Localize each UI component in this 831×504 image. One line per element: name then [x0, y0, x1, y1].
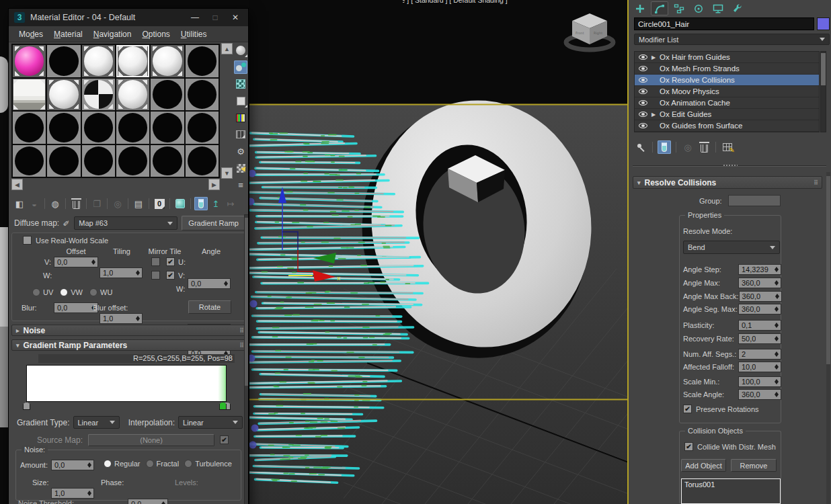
sample-slot[interactable]	[151, 45, 184, 77]
sample-slot[interactable]	[13, 79, 46, 111]
group-field[interactable]	[728, 195, 781, 206]
sample-slot[interactable]	[13, 45, 46, 77]
param-spinner[interactable]: 0,1	[738, 320, 781, 331]
visibility-eye-icon[interactable]	[639, 89, 647, 94]
param-spinner[interactable]: 360,0	[739, 291, 782, 302]
modifier-stack-row[interactable]: Ox Mesh From Strands	[635, 63, 819, 75]
sample-slot[interactable]	[82, 45, 115, 77]
tile-w-checkbox[interactable]	[166, 271, 175, 280]
material-id-channel-button[interactable]: 0	[153, 197, 166, 210]
sample-slot[interactable]	[116, 112, 149, 144]
visibility-eye-icon[interactable]	[639, 123, 647, 128]
interpolation-dropdown[interactable]: Linear	[178, 416, 243, 429]
remove-modifier-button[interactable]	[697, 140, 711, 154]
tab-modify[interactable]	[651, 1, 668, 15]
noise-phase-spinner[interactable]: 0,0	[128, 499, 168, 504]
sample-slot[interactable]	[116, 145, 149, 177]
make-unique-button[interactable]: ◎	[681, 140, 695, 154]
param-spinner[interactable]: 10,0	[738, 362, 781, 372]
tile-v-checkbox[interactable]	[166, 257, 175, 266]
configure-modifier-sets-button[interactable]	[721, 140, 734, 154]
sample-slot[interactable]	[186, 145, 219, 177]
pin-stack-button[interactable]	[634, 140, 647, 154]
viewport-label[interactable]: [ + ] [ Perspective ] [ Standard ] [ Def…	[403, 0, 524, 5]
use-real-world-scale-checkbox[interactable]	[23, 236, 32, 245]
param-spinner[interactable]: 360,0	[738, 304, 781, 314]
mapping-uv[interactable]: UV	[32, 288, 53, 296]
material-editor-window[interactable]: 3 Material Editor - 04 - Default — □ ✕ M…	[8, 8, 249, 504]
maximize-button[interactable]: □	[208, 11, 223, 24]
param-spinner[interactable]: 360,0	[738, 278, 781, 288]
use-real-world-scale[interactable]: Use Real-World Scale	[23, 236, 108, 245]
make-preview-button[interactable]	[234, 128, 247, 141]
me-params-scrollbar[interactable]	[244, 214, 249, 504]
noise-size-spinner[interactable]: 1,0	[51, 488, 94, 499]
modifier-stack-row[interactable]: Ox Animation Cache	[635, 97, 819, 109]
noise-type-radio[interactable]	[184, 460, 192, 468]
modifier-list-dropdown[interactable]: Modifier List	[634, 34, 830, 45]
video-color-check-button[interactable]	[234, 111, 247, 124]
object-color-swatch[interactable]	[817, 17, 830, 30]
gradient-flag[interactable]	[23, 402, 30, 410]
go-forward-to-sibling-button[interactable]: ↦	[224, 197, 237, 210]
go-to-parent-button[interactable]: ↥	[209, 197, 223, 210]
material-map-navigator-button[interactable]: ≡	[234, 178, 247, 192]
gradient-ramp-rollout-header[interactable]: ▾ Gradient Ramp Parameters ⠿	[11, 339, 248, 351]
param-spinner[interactable]: 14,3239	[738, 264, 781, 275]
sample-slot[interactable]	[186, 112, 219, 144]
eyedropper-icon[interactable]: ✎	[62, 220, 71, 226]
visibility-eye-icon[interactable]	[639, 66, 647, 71]
noise-type-radio[interactable]	[104, 460, 112, 468]
sample-slot[interactable]	[82, 79, 115, 111]
tiling-v-spinner[interactable]: 1,0	[100, 267, 143, 278]
tab-display[interactable]	[709, 1, 727, 15]
background-button[interactable]	[234, 77, 247, 91]
modifier-stack-row[interactable]: Ox Resolve Collisions	[635, 75, 819, 86]
collision-object-item[interactable]: Torus001	[682, 479, 780, 489]
rollout-scrollbar[interactable]	[826, 172, 830, 504]
tab-create[interactable]	[631, 1, 649, 15]
show-end-result-button[interactable]	[658, 140, 671, 154]
modifier-stack-row[interactable]: ▶Ox Edit Guides	[635, 109, 819, 120]
sample-slot[interactable]	[82, 112, 115, 144]
modifier-stack-row[interactable]: Ox Guides from Surface	[635, 120, 819, 132]
sample-slot[interactable]	[186, 79, 219, 111]
map-name-dropdown[interactable]: Map #63	[74, 216, 177, 230]
map-type-button[interactable]: Gradient Ramp	[182, 216, 245, 230]
show-shaded-material-in-viewport-button[interactable]	[173, 197, 187, 210]
close-button[interactable]: ✕	[228, 11, 243, 24]
mapping-radio[interactable]	[32, 288, 40, 296]
sample-slot[interactable]	[151, 145, 184, 177]
panel-splitter[interactable]	[633, 165, 826, 167]
get-material-button[interactable]: ◧	[13, 197, 26, 210]
param-spinner[interactable]: 50,0	[738, 333, 781, 344]
object-name-field[interactable]: Circle001_Hair	[634, 17, 814, 30]
mapping-wu[interactable]: WU	[89, 288, 112, 296]
collide-checkbox[interactable]	[684, 442, 693, 451]
noise-type-fractal[interactable]: Fractal	[146, 460, 180, 468]
sample-type-button[interactable]	[234, 44, 247, 57]
noise-type-radio[interactable]	[146, 460, 154, 468]
assign-material-to-selection-button[interactable]: ◍	[48, 197, 62, 210]
collide-with-distr-mesh[interactable]: Collide With Distr. Mesh	[684, 442, 776, 451]
noise-amount-spinner[interactable]: 0,0	[51, 460, 94, 470]
visibility-eye-icon[interactable]	[639, 77, 647, 83]
preserve-rotations-checkbox[interactable]	[683, 405, 692, 413]
param-spinner[interactable]: 2	[738, 349, 781, 360]
mapping-radio[interactable]	[60, 288, 68, 296]
sample-uv-tiling-button[interactable]	[234, 94, 247, 108]
param-spinner[interactable]: 360,0	[738, 389, 781, 400]
modifier-stack-row[interactable]: ▶Ox Hair from Guides	[635, 52, 819, 63]
visibility-eye-icon[interactable]	[639, 54, 647, 60]
mirror-w-checkbox[interactable]	[151, 271, 160, 280]
remove-button[interactable]: Remove	[731, 459, 777, 472]
select-by-material-button[interactable]	[234, 161, 247, 175]
slots-scroll-down-button[interactable]: ▼	[221, 167, 233, 179]
tab-motion[interactable]	[690, 1, 707, 15]
menu-item[interactable]: Material	[49, 28, 87, 41]
offset-v-spinner[interactable]: 0,0	[54, 257, 98, 267]
mapping-radio[interactable]	[89, 288, 97, 296]
minimize-button[interactable]: —	[188, 11, 202, 24]
material-editor-titlebar[interactable]: 3 Material Editor - 04 - Default — □ ✕	[9, 9, 248, 26]
sample-slot[interactable]	[47, 112, 80, 144]
